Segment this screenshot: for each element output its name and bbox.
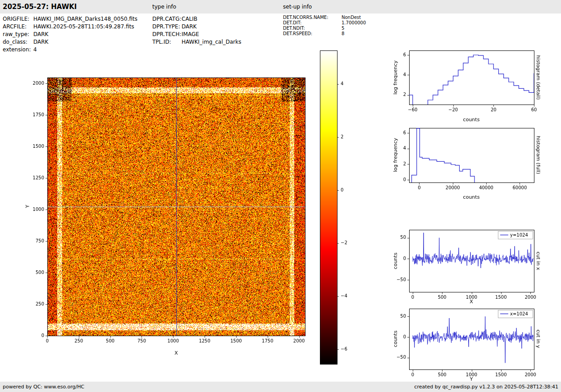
meta-label: DPR.TYPE: bbox=[152, 23, 182, 31]
cut-x-title: cut in x bbox=[535, 252, 541, 270]
meta-value: IMAGE bbox=[182, 31, 199, 38]
meta-row-tpl-id: TPL.ID: HAWKI_img_cal_Darks bbox=[152, 38, 242, 46]
meta-row-dpr-catg: DPR.CATG: CALIB bbox=[152, 15, 242, 23]
cut-in-x-plot bbox=[387, 224, 538, 308]
meta-value: NonDest bbox=[342, 15, 361, 20]
main-yaxis-label: Y bbox=[25, 205, 31, 208]
meta-label: DPR.TECH: bbox=[152, 31, 182, 38]
histogram-detail-plot bbox=[387, 45, 538, 119]
cut-y-xaxis-label: Y bbox=[470, 376, 473, 382]
setup-info-block: DET.NCORRS.NAME: NonDest DET.DIT: 1.7000… bbox=[283, 15, 366, 36]
meta-row-dit: DET.DIT: 1.7000000 bbox=[283, 20, 366, 26]
setup-info-heading: set-up info bbox=[283, 0, 312, 14]
meta-label: extension: bbox=[3, 46, 33, 54]
hist-detail-title: histogram (detail) bbox=[535, 55, 541, 100]
meta-value: 8 bbox=[342, 31, 344, 36]
meta-label: DET.NDIT: bbox=[283, 26, 342, 31]
meta-label: DET.DIT: bbox=[283, 20, 342, 26]
meta-label: do_class: bbox=[3, 38, 33, 46]
meta-value: DARK bbox=[182, 23, 196, 31]
meta-value: CALIB bbox=[182, 15, 197, 23]
hist-full-yaxis-label: log frequency bbox=[392, 138, 398, 172]
powered-by-link[interactable]: powered by QC: www.eso.org/HC bbox=[3, 382, 84, 392]
hist-detail-xaxis-label: counts bbox=[463, 117, 480, 123]
cut-in-y-plot bbox=[387, 303, 538, 387]
meta-label: ARCFILE: bbox=[3, 23, 33, 31]
colorbar bbox=[315, 47, 358, 369]
meta-value: DARK bbox=[33, 38, 48, 46]
file-info-block: ORIGFILE: HAWKI_IMG_DARK_Darks148_0050.f… bbox=[3, 15, 137, 54]
type-info-block: DPR.CATG: CALIB DPR.TYPE: DARK DPR.TECH:… bbox=[152, 15, 242, 46]
cut-y-title: cut in y bbox=[535, 330, 541, 348]
meta-value: HAWKI.2025-05-28T11:05:49.287.fits bbox=[33, 23, 134, 31]
meta-row-rspeed: DET.RSPEED: 8 bbox=[283, 31, 366, 36]
meta-label: DET.NCORRS.NAME: bbox=[283, 15, 342, 20]
meta-value: 5 bbox=[342, 26, 344, 31]
meta-row-dpr-type: DPR.TYPE: DARK bbox=[152, 23, 242, 31]
header-bar: 2025-05-27: HAWKI type info set-up info bbox=[0, 0, 561, 14]
footer-bar: powered by QC: www.eso.org/HC created by… bbox=[0, 382, 561, 392]
meta-row-dpr-tech: DPR.TECH: IMAGE bbox=[152, 31, 242, 38]
hist-full-title: histogram (full) bbox=[535, 136, 541, 174]
hist-full-xaxis-label: counts bbox=[463, 194, 480, 200]
meta-row-ndit: DET.NDIT: 5 bbox=[283, 26, 366, 31]
meta-row-extension: extension: 4 bbox=[3, 46, 137, 54]
created-by-text: created by qc_rawdisp.py v1.2.3 on 2025-… bbox=[414, 382, 558, 392]
meta-row-ncorrs: DET.NCORRS.NAME: NonDest bbox=[283, 15, 366, 20]
meta-label: ORIGFILE: bbox=[3, 15, 33, 23]
meta-value: HAWKI_img_cal_Darks bbox=[182, 38, 242, 46]
meta-row-do-class: do_class: DARK bbox=[3, 38, 137, 46]
meta-row-origfile: ORIGFILE: HAWKI_IMG_DARK_Darks148_0050.f… bbox=[3, 15, 137, 23]
meta-label: DET.RSPEED: bbox=[283, 31, 342, 36]
meta-value: HAWKI_IMG_DARK_Darks148_0050.fits bbox=[33, 15, 137, 23]
raw-image-plot bbox=[25, 68, 322, 365]
page-title: 2025-05-27: HAWKI bbox=[3, 0, 77, 14]
meta-label: TPL.ID: bbox=[152, 38, 182, 46]
meta-value: DARK bbox=[33, 31, 48, 38]
meta-row-raw-type: raw_type: DARK bbox=[3, 31, 137, 38]
meta-label: DPR.CATG: bbox=[152, 15, 182, 23]
meta-value: 4 bbox=[33, 46, 37, 54]
cut-x-xaxis-label: X bbox=[470, 299, 473, 305]
meta-label: raw_type: bbox=[3, 31, 33, 38]
histogram-full-plot bbox=[387, 123, 538, 197]
type-info-heading: type info bbox=[152, 0, 176, 14]
main-xaxis-label: X bbox=[174, 350, 178, 356]
hist-detail-yaxis-label: log frequency bbox=[392, 60, 398, 94]
meta-value: 1.7000000 bbox=[342, 20, 366, 26]
meta-row-arcfile: ARCFILE: HAWKI.2025-05-28T11:05:49.287.f… bbox=[3, 23, 137, 31]
cut-x-yaxis-label: counts bbox=[392, 253, 398, 269]
cut-y-yaxis-label: counts bbox=[392, 331, 398, 347]
